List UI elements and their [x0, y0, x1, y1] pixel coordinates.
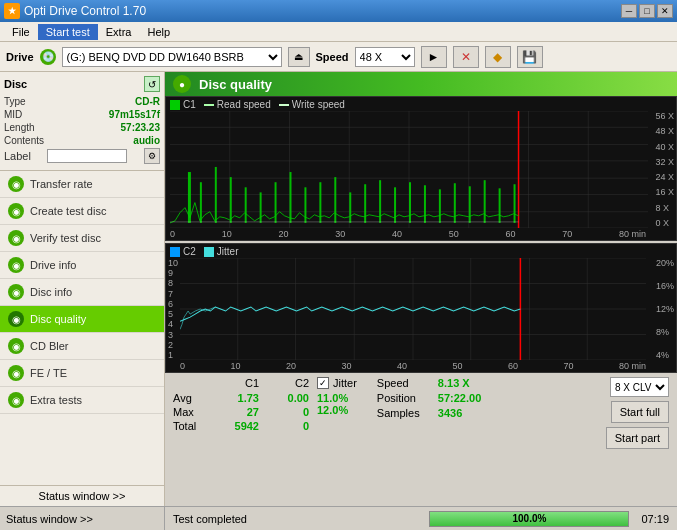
avg-jitter: 11.0% — [317, 392, 357, 404]
svg-rect-28 — [364, 184, 366, 223]
speed-clv-select[interactable]: 8 X CLV — [610, 377, 669, 397]
sidebar-item-transfer-rate[interactable]: ◉ Transfer rate — [0, 171, 164, 198]
cd-bler-icon: ◉ — [8, 338, 24, 354]
rip-button[interactable]: ◆ — [485, 46, 511, 68]
disc-contents-field: Contents audio — [4, 135, 160, 146]
c1-legend: C1 — [170, 99, 196, 110]
eject-button[interactable]: ⏏ — [288, 47, 310, 67]
x-0: 0 — [170, 229, 175, 239]
start-full-button[interactable]: Start full — [611, 401, 669, 423]
close-button[interactable]: ✕ — [657, 4, 673, 18]
save-button[interactable]: 💾 — [517, 46, 543, 68]
svg-rect-35 — [469, 186, 471, 223]
menu-file[interactable]: File — [4, 24, 38, 40]
x-50: 50 — [449, 229, 459, 239]
x-10: 10 — [222, 229, 232, 239]
bx-0: 0 — [180, 361, 185, 371]
bx-50: 50 — [452, 361, 462, 371]
bottom-chart-y-right: 20% 16% 12% 8% 4% — [656, 258, 674, 360]
bx-70: 70 — [563, 361, 573, 371]
status-window-link[interactable]: Status window >> — [0, 507, 165, 530]
jitter-legend-color — [204, 247, 214, 257]
speed-select[interactable]: 48 X — [355, 47, 415, 67]
sidebar-item-fe-te[interactable]: ◉ FE / TE — [0, 360, 164, 387]
disc-quality-label: Disc quality — [30, 313, 86, 325]
time-display: 07:19 — [633, 513, 677, 525]
label-settings-button[interactable]: ⚙ — [144, 148, 160, 164]
disc-info-label: Disc info — [30, 286, 72, 298]
read-legend-color — [204, 104, 214, 106]
drive-info-icon: ◉ — [8, 257, 24, 273]
stats-bar: C1 C2 Avg 1.73 0.00 Max 27 0 Total — [165, 373, 677, 453]
bottom-chart-svg — [180, 258, 646, 360]
length-value: 57:23.23 — [121, 122, 160, 133]
app-icon: ★ — [4, 3, 20, 19]
label-input[interactable] — [47, 149, 127, 163]
titlebar-left: ★ Opti Drive Control 1.70 — [4, 3, 146, 19]
menu-help[interactable]: Help — [139, 24, 178, 40]
drivebar: Drive 💿 (G:) BENQ DVD DD DW1640 BSRB ⏏ S… — [0, 42, 677, 72]
bx-60: 60 — [508, 361, 518, 371]
verify-test-disc-icon: ◉ — [8, 230, 24, 246]
erase-button[interactable]: ✕ — [453, 46, 479, 68]
window-title: Opti Drive Control 1.70 — [24, 4, 146, 18]
fe-te-label: FE / TE — [30, 367, 67, 379]
max-c1: 27 — [209, 406, 259, 418]
sidebar-item-cd-bler[interactable]: ◉ CD Bler — [0, 333, 164, 360]
sidebar-item-disc-info[interactable]: ◉ Disc info — [0, 279, 164, 306]
contents-label: Contents — [4, 135, 44, 146]
maximize-button[interactable]: □ — [639, 4, 655, 18]
top-chart-svg — [170, 111, 648, 228]
menubar: File Start test Extra Help — [0, 22, 677, 42]
jitter-checkbox[interactable]: ✓ — [317, 377, 329, 389]
status-window-button[interactable]: Status window >> — [0, 485, 164, 506]
sidebar-item-extra-tests[interactable]: ◉ Extra tests — [0, 387, 164, 414]
y-label-40x: 40 X — [655, 142, 674, 152]
y-label-16x: 16 X — [655, 187, 674, 197]
disc-length-field: Length 57:23.23 — [4, 122, 160, 133]
sidebar-item-create-test-disc[interactable]: ◉ Create test disc — [0, 198, 164, 225]
speed-stat-label: Speed — [377, 377, 432, 389]
progress-text: 100.0% — [430, 512, 628, 526]
drive-select[interactable]: (G:) BENQ DVD DD DW1640 BSRB — [62, 47, 282, 67]
bottom-chart-y-left: 10 9 8 7 6 5 4 3 2 1 — [168, 258, 178, 360]
top-chart: C1 Read speed Write speed 56 X 48 X 40 X… — [165, 96, 677, 241]
play-button[interactable]: ► — [421, 46, 447, 68]
bx-20: 20 — [286, 361, 296, 371]
jitter-legend: Jitter — [204, 246, 239, 257]
avg-label: Avg — [173, 392, 209, 404]
stats-total-row: Total 5942 0 — [173, 420, 309, 432]
sidebar-item-disc-quality[interactable]: ◉ Disc quality — [0, 306, 164, 333]
disc-quality-title: Disc quality — [199, 77, 272, 92]
svg-rect-27 — [349, 192, 351, 223]
menu-start-test[interactable]: Start test — [38, 24, 98, 40]
c2-legend-label: C2 — [183, 246, 196, 257]
disc-refresh-button[interactable]: ↺ — [144, 76, 160, 92]
sidebar-item-verify-test-disc[interactable]: ◉ Verify test disc — [0, 225, 164, 252]
sidebar-item-drive-info[interactable]: ◉ Drive info — [0, 252, 164, 279]
svg-rect-17 — [200, 182, 202, 223]
read-legend: Read speed — [204, 99, 271, 110]
max-c2: 0 — [259, 406, 309, 418]
samples-row: Samples 3436 — [377, 407, 481, 419]
disc-info-icon: ◉ — [8, 284, 24, 300]
svg-rect-21 — [260, 192, 262, 223]
x-30: 30 — [335, 229, 345, 239]
disc-mid-field: MID 97m15s17f — [4, 109, 160, 120]
y-left-10: 10 — [168, 258, 178, 268]
write-legend-label: Write speed — [292, 99, 345, 110]
statusbar: Status window >> Test completed 100.0% 0… — [0, 506, 677, 530]
disc-header: Disc ↺ — [4, 76, 160, 92]
menu-extra[interactable]: Extra — [98, 24, 140, 40]
mid-value: 97m15s17f — [109, 109, 160, 120]
start-part-button[interactable]: Start part — [606, 427, 669, 449]
verify-test-disc-label: Verify test disc — [30, 232, 101, 244]
minimize-button[interactable]: ─ — [621, 4, 637, 18]
c2-legend: C2 — [170, 246, 196, 257]
y-right-8: 8% — [656, 327, 674, 337]
avg-c2: 0.00 — [259, 392, 309, 404]
mid-label: MID — [4, 109, 22, 120]
disc-title: Disc — [4, 78, 27, 90]
svg-rect-22 — [275, 182, 277, 223]
svg-rect-25 — [319, 182, 321, 223]
